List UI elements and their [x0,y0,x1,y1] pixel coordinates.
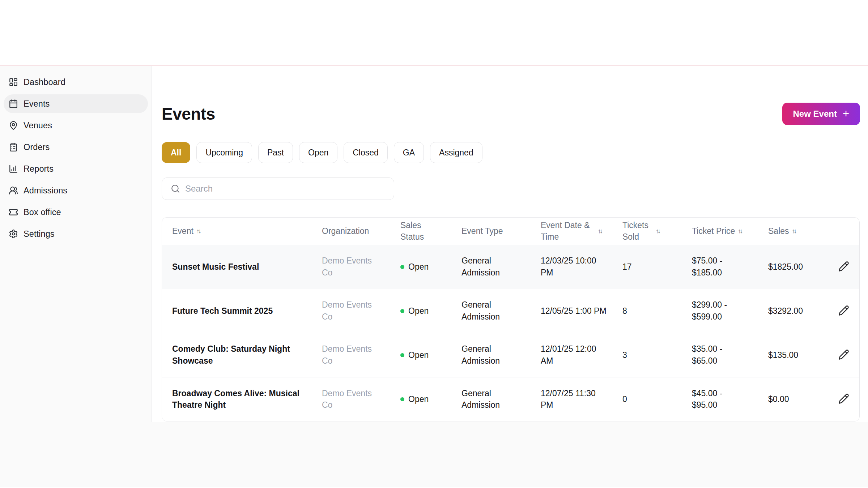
edit-event-button[interactable] [836,303,852,318]
event-type: General Admission [461,343,509,367]
table-row[interactable]: Broadway Comes Alive: Musical Theatre Ni… [162,377,860,421]
bar-chart-icon [9,164,18,174]
event-name[interactable]: Comedy Club: Saturday Night Showcase [172,343,310,367]
column-header-sales-status: Sales Status [400,218,461,245]
column-label: Organization [322,225,369,237]
sidebar-item-label: Box office [24,207,61,217]
sales-value: $3292.00 [768,306,803,316]
ticket-price: $35.00 - $65.00 [692,343,747,367]
edit-event-button[interactable] [836,391,852,407]
filter-chip-upcoming[interactable]: Upcoming [196,142,252,163]
sort-icon: ↑↓ [598,227,601,235]
sidebar-item-events[interactable]: Events [4,94,148,113]
filter-chip-assigned[interactable]: Assigned [430,142,482,163]
sales-value: $1825.00 [768,262,803,271]
sidebar-item-admissions[interactable]: Admissions [4,181,148,200]
dashboard-icon [9,77,18,87]
new-event-button[interactable]: New Event + [782,103,860,125]
column-label: Tickets Sold [622,219,653,243]
page-header: Events New Event + [162,103,860,125]
status-badge: Open [408,349,429,361]
clipboard-icon [9,142,18,152]
table-row[interactable]: Comedy Club: Saturday Night Showcase Dem… [162,333,860,377]
table-header-row: Event↑↓ Organization Sales Status Event … [162,218,860,245]
event-type: General Admission [461,299,509,322]
event-type: General Admission [461,255,509,278]
table-row[interactable]: Future Tech Summit 2025 Demo Events Co O… [162,289,860,333]
column-header-event-type: Event Type [461,218,541,245]
sidebar-item-label: Dashboard [24,77,65,87]
sales-value: $0.00 [768,394,789,404]
bottom-strip [0,422,868,487]
column-label: Sales [768,225,789,237]
column-header-actions [827,218,860,245]
column-label: Event [172,225,193,237]
status-badge: Open [408,305,429,317]
event-date-time: 12/03/25 10:00 PM [541,255,610,278]
tickets-sold: 3 [622,350,627,360]
sort-icon: ↑↓ [792,227,796,235]
sidebar-item-settings[interactable]: Settings [4,224,148,243]
sidebar-item-reports[interactable]: Reports [4,159,148,178]
sidebar-item-box-office[interactable]: Box office [4,203,148,222]
column-label: Sales Status [400,219,426,243]
event-type: General Admission [461,388,509,411]
sidebar-item-dashboard[interactable]: Dashboard [4,73,148,91]
new-event-label: New Event [793,109,837,119]
filter-chip-ga[interactable]: GA [394,142,424,163]
tickets-sold: 0 [622,394,627,404]
plus-icon: + [843,108,849,119]
event-name[interactable]: Broadway Comes Alive: Musical Theatre Ni… [172,388,310,411]
status-dot [400,353,404,357]
column-header-ticket-price[interactable]: Ticket Price↑↓ [692,218,768,245]
sidebar-item-label: Orders [24,142,50,152]
pencil-icon [838,305,849,316]
organization: Demo Events Co [322,388,380,411]
organization: Demo Events Co [322,255,380,278]
ticket-icon [9,207,18,217]
events-table: Event↑↓ Organization Sales Status Event … [162,217,860,421]
ticket-price: $75.00 - $185.00 [692,255,747,278]
app-frame: Dashboard Events Venues Orders Reports [0,65,868,422]
page-title: Events [162,104,215,124]
column-header-sales[interactable]: Sales↑↓ [768,218,827,245]
event-name[interactable]: Future Tech Summit 2025 [172,305,273,317]
sidebar-item-label: Events [24,99,50,109]
event-date-time: 12/01/25 12:00 AM [541,343,610,367]
sidebar-item-venues[interactable]: Venues [4,116,148,135]
filter-chip-past[interactable]: Past [258,142,293,163]
column-header-tickets-sold[interactable]: Tickets Sold↑↓ [622,218,692,245]
column-header-organization: Organization [322,218,400,245]
map-pin-icon [9,121,18,130]
tickets-sold: 8 [622,306,627,316]
sidebar: Dashboard Events Venues Orders Reports [0,66,152,422]
top-strip [0,0,868,65]
event-date-time: 12/07/25 11:30 PM [541,388,610,411]
column-label: Event Type [461,225,503,237]
event-name[interactable]: Sunset Music Festival [172,261,259,273]
status-badge: Open [408,261,429,273]
column-header-event[interactable]: Event↑↓ [162,218,322,245]
organization: Demo Events Co [322,343,380,367]
ticket-price: $299.00 - $599.00 [692,299,747,322]
filter-chip-open[interactable]: Open [299,142,337,163]
search-input[interactable] [185,184,387,194]
search-box[interactable] [162,177,394,200]
sidebar-item-orders[interactable]: Orders [4,138,148,157]
column-label: Ticket Price [692,225,735,237]
sidebar-item-label: Reports [24,164,54,174]
sales-value: $135.00 [768,350,798,360]
sidebar-item-label: Venues [24,121,52,130]
edit-event-button[interactable] [836,347,852,363]
column-header-date-time[interactable]: Event Date & Time↑↓ [541,218,622,245]
sort-icon: ↑↓ [738,227,741,235]
organization: Demo Events Co [322,299,380,322]
pencil-icon [838,393,849,404]
edit-event-button[interactable] [836,258,852,274]
filter-chips: All Upcoming Past Open Closed GA Assigne… [162,142,860,163]
table-row[interactable]: Sunset Music Festival Demo Events Co Ope… [162,245,860,289]
filter-chip-closed[interactable]: Closed [344,142,388,163]
status-badge: Open [408,393,429,405]
filter-chip-all[interactable]: All [162,142,190,163]
status-dot [400,265,404,269]
